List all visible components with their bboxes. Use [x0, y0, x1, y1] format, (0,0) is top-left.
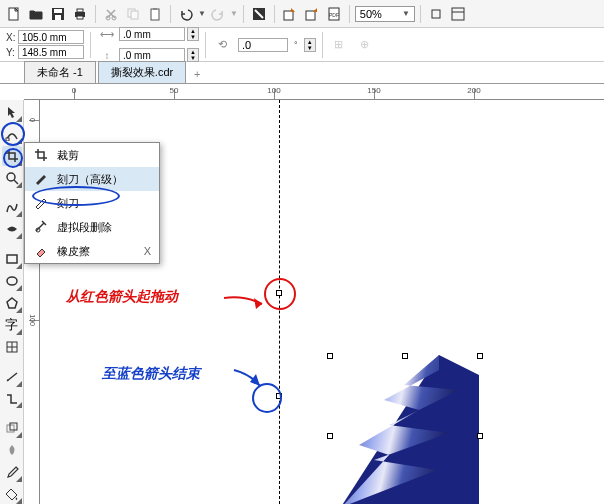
size-group: ⟷.0 mm▲▼ ↕.0 mm▲▼	[97, 24, 199, 65]
svg-rect-5	[77, 9, 83, 12]
new-icon[interactable]	[4, 4, 24, 24]
svg-point-22	[7, 173, 15, 181]
torn-shape[interactable]	[329, 355, 479, 504]
blue-circle-knife-icon	[32, 186, 120, 206]
dropdown-arrow-icon[interactable]: ▼	[198, 9, 206, 18]
knife-adv-icon	[33, 171, 49, 187]
effects-tool[interactable]	[2, 418, 22, 438]
polygon-tool[interactable]	[2, 293, 22, 313]
tab-unnamed[interactable]: 未命名 -1	[24, 61, 96, 83]
y-label: Y:	[6, 47, 16, 58]
width-field[interactable]: .0 mm	[119, 27, 185, 41]
rectangle-tool[interactable]	[2, 249, 22, 269]
annotation-blue: 至蓝色箭头结束	[102, 365, 200, 383]
save-icon[interactable]	[48, 4, 68, 24]
export-icon[interactable]	[302, 4, 322, 24]
transparency-tool[interactable]	[2, 440, 22, 460]
selection-handle[interactable]	[327, 433, 333, 439]
flyout-crop[interactable]: 裁剪	[25, 143, 159, 167]
eyedropper-tool[interactable]	[2, 462, 22, 482]
text-tool[interactable]: 字	[2, 315, 22, 335]
add-tab-icon[interactable]: +	[188, 65, 206, 83]
svg-rect-19	[452, 8, 464, 20]
dimension-tool[interactable]	[2, 367, 22, 387]
selection-handle[interactable]	[477, 353, 483, 359]
horizontal-ruler: 0 50 100 150 200	[24, 84, 604, 100]
separator	[243, 5, 244, 23]
blue-circle-tool-icon	[1, 122, 25, 146]
copy-icon[interactable]	[123, 4, 143, 24]
redo-icon[interactable]	[208, 4, 228, 24]
zoom-tool[interactable]	[2, 168, 22, 188]
separator	[274, 5, 275, 23]
import-icon[interactable]	[280, 4, 300, 24]
preset-icon[interactable]: ⊞	[329, 35, 349, 55]
flyout-shortcut: X	[144, 245, 151, 257]
selection-handle[interactable]	[477, 433, 483, 439]
snap-icon[interactable]	[426, 4, 446, 24]
position-group: X:105.0 mm Y:148.5 mm	[6, 30, 84, 59]
selection-handle[interactable]	[402, 353, 408, 359]
separator	[95, 5, 96, 23]
connector-tool[interactable]	[2, 389, 22, 409]
print-icon[interactable]	[70, 4, 90, 24]
svg-line-30	[7, 373, 17, 381]
options-icon[interactable]	[448, 4, 468, 24]
flyout-label: 虚拟段删除	[57, 220, 112, 235]
spinner[interactable]: ▲▼	[304, 38, 316, 52]
svg-rect-3	[55, 15, 61, 20]
zoom-level[interactable]: 50% ▼	[355, 6, 415, 22]
main-toolbar: ▼ ▼ PDF 50% ▼	[0, 0, 604, 28]
cut-icon[interactable]	[101, 4, 121, 24]
document-tabs: ◂ 未命名 -1 撕裂效果.cdr +	[0, 62, 604, 84]
width-icon: ⟷	[97, 24, 117, 44]
separator	[170, 5, 171, 23]
flyout-label: 橡皮擦	[57, 244, 90, 259]
search-icon[interactable]	[249, 4, 269, 24]
selection-handle[interactable]	[327, 353, 333, 359]
svg-rect-2	[54, 9, 62, 13]
separator	[322, 32, 323, 58]
table-tool[interactable]	[2, 337, 22, 357]
paste-icon[interactable]	[145, 4, 165, 24]
y-field[interactable]: 148.5 mm	[18, 45, 84, 59]
blue-arrow-icon	[232, 368, 268, 392]
ellipse-tool[interactable]	[2, 271, 22, 291]
open-icon[interactable]	[26, 4, 46, 24]
eraser-icon	[33, 243, 49, 259]
undo-icon[interactable]	[176, 4, 196, 24]
red-circle-icon	[264, 278, 296, 310]
property-bar: X:105.0 mm Y:148.5 mm ⟷.0 mm▲▼ ↕.0 mm▲▼ …	[0, 28, 604, 62]
flyout-virtual-segment[interactable]: 虚拟段删除	[25, 215, 159, 239]
x-field[interactable]: 105.0 mm	[18, 30, 84, 44]
svg-rect-14	[284, 11, 293, 20]
tab-document[interactable]: 撕裂效果.cdr	[98, 61, 186, 83]
height-field[interactable]: .0 mm	[119, 48, 185, 62]
spinner[interactable]: ▲▼	[187, 27, 199, 41]
separator	[90, 32, 91, 58]
annotation-red: 从红色箭头起拖动	[66, 288, 178, 306]
artistic-tool[interactable]	[2, 219, 22, 239]
svg-rect-10	[131, 11, 138, 19]
spinner[interactable]: ▲▼	[187, 48, 199, 62]
pick-tool[interactable]	[2, 102, 22, 122]
freehand-tool[interactable]	[2, 198, 22, 218]
svg-rect-12	[153, 8, 157, 10]
dropdown-arrow-icon[interactable]: ▼	[230, 9, 238, 18]
dropdown-arrow-icon[interactable]: ▼	[402, 9, 410, 18]
svg-rect-11	[151, 9, 159, 20]
pdf-icon[interactable]: PDF	[324, 4, 344, 24]
add-icon[interactable]: ⊕	[355, 35, 375, 55]
separator	[349, 5, 350, 23]
flyout-eraser[interactable]: 橡皮擦 X	[25, 239, 159, 263]
red-arrow-icon	[224, 295, 268, 313]
svg-rect-18	[432, 10, 440, 18]
fill-tool[interactable]	[2, 484, 22, 504]
rotate-icon: ⟲	[212, 35, 232, 55]
virtual-seg-icon	[33, 219, 49, 235]
svg-text:PDF: PDF	[329, 12, 339, 18]
svg-rect-6	[77, 16, 83, 19]
angle-field[interactable]: .0	[238, 38, 288, 52]
svg-rect-15	[306, 11, 315, 20]
blue-circle-crop-icon	[3, 148, 23, 168]
